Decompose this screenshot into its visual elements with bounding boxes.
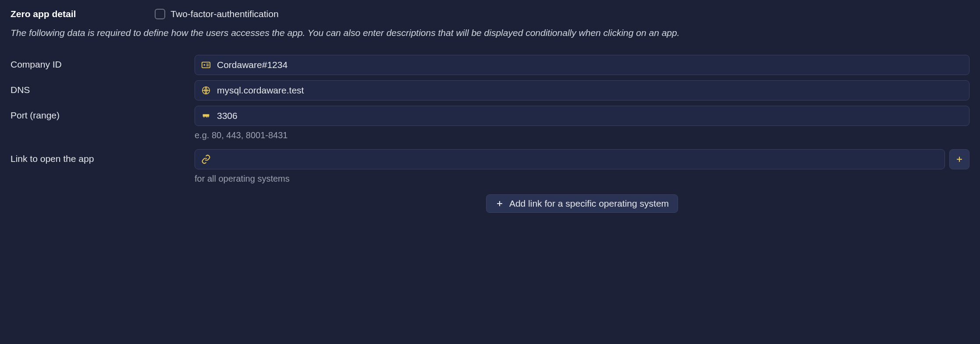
- add-os-link-button[interactable]: Add link for a specific operating system: [486, 194, 678, 213]
- company-id-label: Company ID: [11, 55, 195, 70]
- company-id-input-group[interactable]: [195, 55, 969, 75]
- company-id-input[interactable]: [217, 60, 963, 70]
- svg-point-1: [204, 64, 206, 66]
- add-link-button[interactable]: [949, 149, 969, 169]
- dns-input-group[interactable]: DNS: [195, 80, 969, 100]
- dns-input[interactable]: [217, 85, 963, 96]
- link-icon: [201, 154, 211, 164]
- section-title: Zero app detail: [11, 9, 76, 19]
- link-input-group[interactable]: [195, 149, 945, 169]
- add-os-link-label: Add link for a specific operating system: [509, 198, 669, 209]
- port-hint: e.g. 80, 443, 8001-8431: [195, 130, 969, 140]
- section-description: The following data is required to define…: [11, 26, 969, 39]
- link-input[interactable]: [217, 154, 938, 165]
- checkbox-icon[interactable]: [155, 9, 165, 19]
- ethernet-icon: [201, 111, 211, 121]
- port-input-group[interactable]: [195, 106, 969, 126]
- link-label: Link to open the app: [11, 149, 195, 164]
- id-card-icon: [201, 60, 211, 70]
- dns-label: DNS: [11, 80, 195, 95]
- dns-icon: DNS: [201, 86, 211, 95]
- link-hint: for all operating systems: [195, 174, 969, 184]
- svg-text:DNS: DNS: [204, 90, 208, 92]
- port-label: Port (range): [11, 106, 195, 121]
- two-factor-label: Two-factor-authentification: [170, 9, 278, 19]
- svg-rect-0: [202, 62, 210, 68]
- plus-icon: [495, 199, 504, 208]
- two-factor-checkbox-wrapper[interactable]: Two-factor-authentification: [155, 9, 278, 19]
- port-input[interactable]: [217, 111, 963, 121]
